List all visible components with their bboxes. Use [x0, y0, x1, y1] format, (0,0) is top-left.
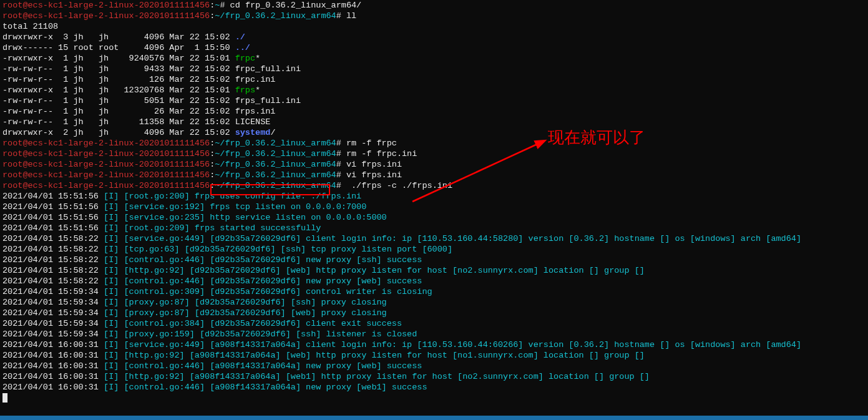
- terminal-line: 2021/04/01 16:00:31 [I] [service.go:449]…: [2, 339, 866, 350]
- terminal-line: drwx------ 15 root root 4096 Apr 1 15:50…: [2, 42, 866, 53]
- terminal-line: -rwxrwxr-x 1 jh jh 12320768 Mar 22 15:01…: [2, 85, 866, 95]
- terminal-line: 2021/04/01 15:58:22 [I] [service.go:449]…: [2, 233, 866, 244]
- terminal-line: root@ecs-kc1-large-2-linux-2020101111145…: [2, 138, 866, 149]
- terminal-line: root@ecs-kc1-large-2-linux-2020101111145…: [2, 180, 866, 191]
- bottom-bar: [0, 416, 868, 420]
- terminal-line: root@ecs-kc1-large-2-linux-2020101111145…: [2, 159, 866, 170]
- terminal-line: 2021/04/01 15:58:22 [I] [http.go:92] [d9…: [2, 265, 866, 276]
- terminal-line: drwxrwxr-x 3 jh jh 4096 Mar 22 15:02 ./: [2, 32, 866, 42]
- terminal-line: -rwxrwxr-x 1 jh jh 9240576 Mar 22 15:01 …: [2, 53, 866, 64]
- terminal-line: -rw-rw-r-- 1 jh jh 11358 Mar 22 15:02 LI…: [2, 117, 866, 127]
- terminal-line: 2021/04/01 15:58:22 [I] [control.go:446]…: [2, 276, 866, 286]
- terminal-line: 2021/04/01 15:59:34 [I] [control.go:309]…: [2, 286, 866, 297]
- terminal-line: 2021/04/01 16:00:31 [I] [http.go:92] [a9…: [2, 350, 866, 361]
- terminal-line: 2021/04/01 15:59:34 [I] [control.go:384]…: [2, 318, 866, 329]
- terminal-line: -rw-rw-r-- 1 jh jh 126 Mar 22 15:02 frpc…: [2, 74, 866, 85]
- terminal-line: [2, 393, 866, 403]
- terminal-line: -rw-rw-r-- 1 jh jh 5051 Mar 22 15:02 frp…: [2, 95, 866, 106]
- terminal-line: 2021/04/01 16:00:31 [I] [control.go:446]…: [2, 361, 866, 371]
- terminal-line: 2021/04/01 15:51:56 [I] [service.go:192]…: [2, 202, 866, 212]
- terminal-line: -rw-rw-r-- 1 jh jh 9433 Mar 22 15:02 frp…: [2, 64, 866, 74]
- terminal-line: 2021/04/01 15:51:56 [I] [service.go:235]…: [2, 212, 866, 223]
- terminal-line: root@ecs-kc1-large-2-linux-2020101111145…: [2, 149, 866, 159]
- terminal-line: total 21108: [2, 21, 866, 32]
- terminal-line: 2021/04/01 16:00:31 [I] [control.go:446]…: [2, 382, 866, 393]
- terminal-line: 2021/04/01 15:51:56 [I] [root.go:209] fr…: [2, 223, 866, 233]
- terminal-line: 2021/04/01 15:58:22 [I] [tcp.go:63] [d92…: [2, 244, 866, 255]
- terminal-line: drwxrwxr-x 2 jh jh 4096 Mar 22 15:02 sys…: [2, 127, 866, 138]
- terminal-line: 2021/04/01 15:59:34 [I] [proxy.go:159] […: [2, 329, 866, 339]
- terminal-line: root@ecs-kc1-large-2-linux-2020101111145…: [2, 170, 866, 180]
- terminal-line: root@ecs-kc1-large-2-linux-2020101111145…: [2, 0, 866, 11]
- terminal-line: root@ecs-kc1-large-2-linux-2020101111145…: [2, 11, 866, 21]
- terminal-line: 2021/04/01 15:51:56 [I] [root.go:200] fr…: [2, 191, 866, 202]
- cursor: [2, 393, 7, 403]
- terminal-line: 2021/04/01 16:00:31 [I] [http.go:92] [a9…: [2, 371, 866, 382]
- terminal-line: 2021/04/01 15:58:22 [I] [control.go:446]…: [2, 255, 866, 265]
- terminal-output[interactable]: root@ecs-kc1-large-2-linux-2020101111145…: [2, 0, 866, 403]
- terminal-line: 2021/04/01 15:59:34 [I] [proxy.go:87] [d…: [2, 297, 866, 308]
- terminal-line: 2021/04/01 15:59:34 [I] [proxy.go:87] [d…: [2, 308, 866, 318]
- terminal-line: -rw-rw-r-- 1 jh jh 26 Mar 22 15:02 frps.…: [2, 106, 866, 117]
